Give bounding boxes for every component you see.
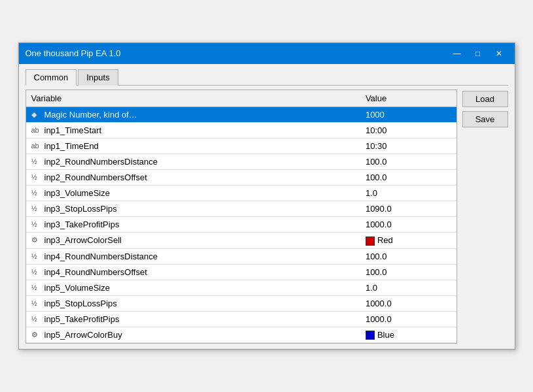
content-area: Variable Value ◆Magic Number, kind of…10… bbox=[26, 90, 508, 344]
row-icon: ⚙ bbox=[31, 331, 42, 339]
var-cell-11: ½inp5_VolumeSize bbox=[26, 280, 360, 295]
table-row[interactable]: ½inp5_TakeProfitPips1000.0 bbox=[26, 311, 456, 327]
var-cell-2: abinp1_TimeEnd bbox=[26, 138, 360, 154]
table-row[interactable]: ½inp2_RoundNumbersOffset100.0 bbox=[26, 169, 456, 185]
tab-bar: CommonInputs bbox=[26, 69, 508, 86]
row-icon: ab bbox=[31, 126, 42, 134]
table-row[interactable]: ½inp2_RoundNumbersDistance100.0 bbox=[26, 154, 456, 169]
main-window: One thousand Pip EA 1.0 — □ ✕ CommonInpu… bbox=[18, 42, 515, 350]
value-cell-13: 1000.0 bbox=[360, 311, 456, 327]
var-cell-9: ½inp4_RoundNumbersDistance bbox=[26, 248, 360, 264]
row-icon: ⚙ bbox=[31, 236, 42, 244]
table-row[interactable]: ⚙inp3_ArrowColorSellRed bbox=[26, 232, 456, 248]
value-cell-0: 1000 bbox=[360, 106, 456, 122]
row-icon: ½ bbox=[31, 157, 42, 165]
value-cell-8: Red bbox=[360, 232, 456, 248]
side-buttons: Load Save bbox=[462, 90, 508, 344]
value-cell-4: 100.0 bbox=[360, 169, 456, 185]
var-cell-5: ½inp3_VolumeSize bbox=[26, 185, 360, 201]
window-body: CommonInputs Variable Value ◆Magic Numbe… bbox=[19, 64, 515, 349]
table-row[interactable]: ⚙inp5_ArrowColorBuyBlue bbox=[26, 327, 456, 343]
var-cell-13: ½inp5_TakeProfitPips bbox=[26, 311, 360, 327]
value-cell-6: 1090.0 bbox=[360, 201, 456, 216]
value-cell-10: 100.0 bbox=[360, 264, 456, 280]
table-row[interactable]: ½inp5_VolumeSize1.0 bbox=[26, 280, 456, 295]
save-button[interactable]: Save bbox=[462, 111, 508, 127]
table-row[interactable]: ½inp3_VolumeSize1.0 bbox=[26, 185, 456, 201]
row-icon: ½ bbox=[31, 299, 42, 307]
value-cell-2: 10:30 bbox=[360, 138, 456, 154]
value-cell-11: 1.0 bbox=[360, 280, 456, 295]
table-row[interactable]: ◆Magic Number, kind of…1000 bbox=[26, 106, 456, 122]
tab-inputs[interactable]: Inputs bbox=[78, 69, 118, 86]
var-cell-3: ½inp2_RoundNumbersDistance bbox=[26, 154, 360, 169]
var-cell-14: ⚙inp5_ArrowColorBuy bbox=[26, 327, 360, 343]
load-button[interactable]: Load bbox=[462, 91, 508, 107]
table-row[interactable]: ½inp3_StopLossPips1090.0 bbox=[26, 201, 456, 216]
row-icon: ½ bbox=[31, 315, 42, 323]
color-swatch bbox=[366, 331, 375, 340]
col-variable: Variable bbox=[26, 90, 360, 107]
close-button[interactable]: ✕ bbox=[490, 47, 508, 60]
value-cell-3: 100.0 bbox=[360, 154, 456, 169]
var-cell-1: abinp1_TimeStart bbox=[26, 122, 360, 138]
table-row[interactable]: ½inp4_RoundNumbersOffset100.0 bbox=[26, 264, 456, 280]
var-cell-7: ½inp3_TakeProfitPips bbox=[26, 216, 360, 232]
color-swatch bbox=[366, 237, 375, 246]
var-cell-8: ⚙inp3_ArrowColorSell bbox=[26, 232, 360, 248]
value-cell-1: 10:00 bbox=[360, 122, 456, 138]
row-icon: ½ bbox=[31, 284, 42, 291]
row-icon: ½ bbox=[31, 173, 42, 181]
row-icon: ½ bbox=[31, 252, 42, 260]
var-cell-12: ½inp5_StopLossPips bbox=[26, 295, 360, 311]
window-controls: — □ ✕ bbox=[448, 47, 508, 60]
row-icon: ½ bbox=[31, 204, 42, 212]
row-icon: ½ bbox=[31, 268, 42, 276]
value-cell-9: 100.0 bbox=[360, 248, 456, 264]
minimize-button[interactable]: — bbox=[448, 47, 466, 60]
var-cell-6: ½inp3_StopLossPips bbox=[26, 201, 360, 216]
table-header-row: Variable Value bbox=[26, 90, 456, 107]
value-cell-5: 1.0 bbox=[360, 185, 456, 201]
title-bar: One thousand Pip EA 1.0 — □ ✕ bbox=[19, 43, 515, 64]
table-row[interactable]: ½inp4_RoundNumbersDistance100.0 bbox=[26, 248, 456, 264]
col-value: Value bbox=[360, 90, 456, 107]
maximize-button[interactable]: □ bbox=[469, 47, 487, 60]
value-cell-7: 1000.0 bbox=[360, 216, 456, 232]
tab-common[interactable]: Common bbox=[26, 69, 77, 86]
table-body: ◆Magic Number, kind of…1000abinp1_TimeSt… bbox=[26, 106, 456, 342]
params-table-container: Variable Value ◆Magic Number, kind of…10… bbox=[26, 90, 457, 344]
row-icon: ab bbox=[31, 142, 42, 150]
table-row[interactable]: ½inp3_TakeProfitPips1000.0 bbox=[26, 216, 456, 232]
params-table: Variable Value ◆Magic Number, kind of…10… bbox=[26, 90, 456, 343]
table-row[interactable]: abinp1_TimeEnd10:30 bbox=[26, 138, 456, 154]
var-cell-0: ◆Magic Number, kind of… bbox=[26, 106, 360, 122]
table-row[interactable]: ½inp5_StopLossPips1000.0 bbox=[26, 295, 456, 311]
row-icon: ◆ bbox=[31, 110, 42, 119]
table-row[interactable]: abinp1_TimeStart10:00 bbox=[26, 122, 456, 138]
value-cell-14: Blue bbox=[360, 327, 456, 343]
value-cell-12: 1000.0 bbox=[360, 295, 456, 311]
var-cell-10: ½inp4_RoundNumbersOffset bbox=[26, 264, 360, 280]
window-title: One thousand Pip EA 1.0 bbox=[26, 48, 121, 58]
row-icon: ½ bbox=[31, 189, 42, 197]
var-cell-4: ½inp2_RoundNumbersOffset bbox=[26, 169, 360, 185]
row-icon: ½ bbox=[31, 220, 42, 228]
